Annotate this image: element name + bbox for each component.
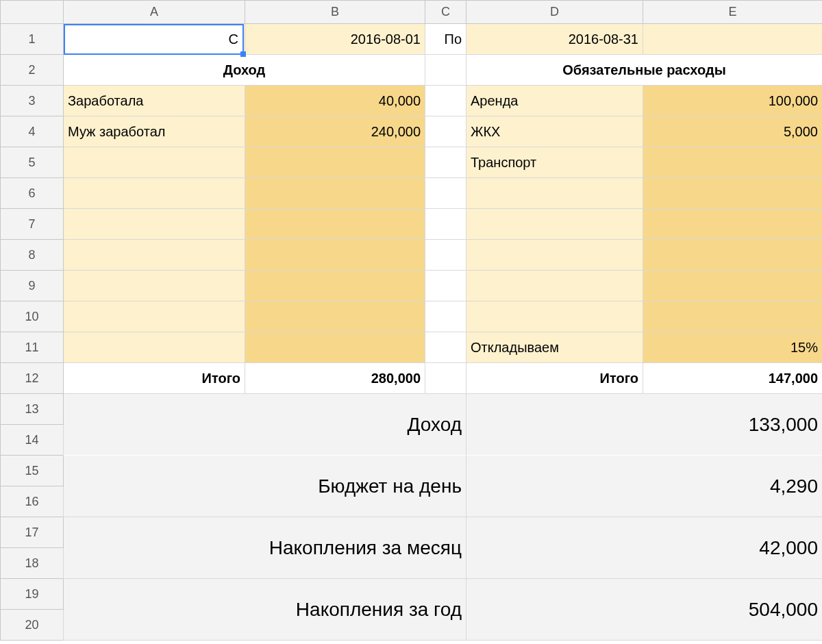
expense-label[interactable] [466, 240, 643, 271]
col-header-D[interactable]: D [466, 1, 643, 24]
income-label[interactable] [64, 332, 245, 363]
summary-label[interactable]: Накопления за месяц [64, 517, 466, 579]
row-4: 4 Муж заработал 240,000 ЖКХ 5,000 [1, 116, 823, 147]
row-header[interactable]: 15 [1, 456, 64, 486]
income-total-value[interactable]: 280,000 [245, 363, 425, 394]
row-header[interactable]: 18 [1, 548, 64, 579]
expense-value[interactable]: 100,000 [643, 86, 823, 116]
expense-value[interactable] [643, 209, 823, 240]
expense-value[interactable] [643, 147, 823, 178]
row-header[interactable]: 3 [1, 86, 64, 116]
income-label[interactable] [64, 178, 245, 209]
col-header-C[interactable]: C [425, 1, 466, 24]
income-label[interactable]: Заработала [64, 86, 245, 116]
cell-C6[interactable] [425, 178, 466, 209]
income-header[interactable]: Доход [64, 55, 425, 86]
summary-label[interactable]: Бюджет на день [64, 456, 466, 517]
row-header[interactable]: 16 [1, 486, 64, 517]
row-header[interactable]: 11 [1, 332, 64, 363]
row-header[interactable]: 1 [1, 24, 64, 55]
row-header[interactable]: 4 [1, 116, 64, 147]
expense-label[interactable]: ЖКХ [466, 116, 643, 147]
summary-value[interactable]: 4,290 [466, 456, 823, 517]
row-header[interactable]: 20 [1, 610, 64, 641]
cell-C5[interactable] [425, 147, 466, 178]
summary-value[interactable]: 504,000 [466, 579, 823, 641]
cell-C10[interactable] [425, 301, 466, 332]
income-label[interactable] [64, 147, 245, 178]
summary-label[interactable]: Доход [64, 394, 466, 456]
row-header[interactable]: 19 [1, 579, 64, 610]
expense-value[interactable]: 15% [643, 332, 823, 363]
expense-total-value[interactable]: 147,000 [643, 363, 823, 394]
row-2: 2 Доход Обязательные расходы [1, 55, 823, 86]
row-header[interactable]: 2 [1, 55, 64, 86]
select-all-corner[interactable] [1, 1, 64, 24]
cell-C2[interactable] [425, 55, 466, 86]
column-header-row: A B C D E [1, 1, 823, 24]
expense-label[interactable] [466, 271, 643, 301]
expense-label[interactable]: Транспорт [466, 147, 643, 178]
expense-value[interactable]: 5,000 [643, 116, 823, 147]
income-label[interactable]: Муж заработал [64, 116, 245, 147]
row-header[interactable]: 7 [1, 209, 64, 240]
row-header[interactable]: 9 [1, 271, 64, 301]
income-value[interactable] [245, 332, 425, 363]
income-total-label[interactable]: Итого [64, 363, 245, 394]
row-header[interactable]: 12 [1, 363, 64, 394]
income-label[interactable] [64, 301, 245, 332]
expense-total-label[interactable]: Итого [466, 363, 643, 394]
row-header[interactable]: 5 [1, 147, 64, 178]
expense-label[interactable] [466, 209, 643, 240]
col-header-B[interactable]: B [245, 1, 425, 24]
row-header[interactable]: 13 [1, 394, 64, 425]
cell-C9[interactable] [425, 271, 466, 301]
spreadsheet[interactable]: С A B C D E 1 С 2016-08-01 По 2016-08-31… [0, 0, 822, 644]
cell-C7[interactable] [425, 209, 466, 240]
cell-B1[interactable]: 2016-08-01 [245, 24, 425, 55]
income-label[interactable] [64, 240, 245, 271]
row-header[interactable]: 6 [1, 178, 64, 209]
row-header[interactable]: 17 [1, 517, 64, 548]
income-value[interactable] [245, 240, 425, 271]
row-header[interactable]: 14 [1, 425, 64, 456]
cell-C11[interactable] [425, 332, 466, 363]
row-header[interactable]: 8 [1, 240, 64, 271]
row-1: 1 С 2016-08-01 По 2016-08-31 [1, 24, 823, 55]
income-value[interactable] [245, 209, 425, 240]
cell-A1[interactable]: С [64, 24, 245, 55]
expense-label[interactable] [466, 301, 643, 332]
expense-label[interactable] [466, 178, 643, 209]
cell-E1[interactable] [643, 24, 823, 55]
expense-value[interactable] [643, 301, 823, 332]
income-label[interactable] [64, 209, 245, 240]
cell-C8[interactable] [425, 240, 466, 271]
expense-label[interactable]: Аренда [466, 86, 643, 116]
expense-value[interactable] [643, 271, 823, 301]
income-value[interactable] [245, 271, 425, 301]
income-value[interactable]: 240,000 [245, 116, 425, 147]
cell-C3[interactable] [425, 86, 466, 116]
summary-value[interactable]: 42,000 [466, 517, 823, 579]
income-value[interactable] [245, 147, 425, 178]
expense-value[interactable] [643, 178, 823, 209]
summary-label[interactable]: Накопления за год [64, 579, 466, 641]
expense-label[interactable]: Откладываем [466, 332, 643, 363]
col-header-A[interactable]: A [64, 1, 245, 24]
expense-value[interactable] [643, 240, 823, 271]
cell-C12[interactable] [425, 363, 466, 394]
cell-D1[interactable]: 2016-08-31 [466, 24, 643, 55]
income-label[interactable] [64, 271, 245, 301]
income-value[interactable] [245, 301, 425, 332]
expenses-header[interactable]: Обязательные расходы [466, 55, 823, 86]
grid[interactable]: A B C D E 1 С 2016-08-01 По 2016-08-31 2… [0, 0, 822, 641]
cell-C1[interactable]: По [425, 24, 466, 55]
cell-C4[interactable] [425, 116, 466, 147]
row-13: 13 Доход 133,000 [1, 394, 823, 425]
row-header[interactable]: 10 [1, 301, 64, 332]
col-header-E[interactable]: E [643, 1, 823, 24]
income-value[interactable] [245, 178, 425, 209]
row-8: 8 [1, 240, 823, 271]
income-value[interactable]: 40,000 [245, 86, 425, 116]
summary-value[interactable]: 133,000 [466, 394, 823, 456]
